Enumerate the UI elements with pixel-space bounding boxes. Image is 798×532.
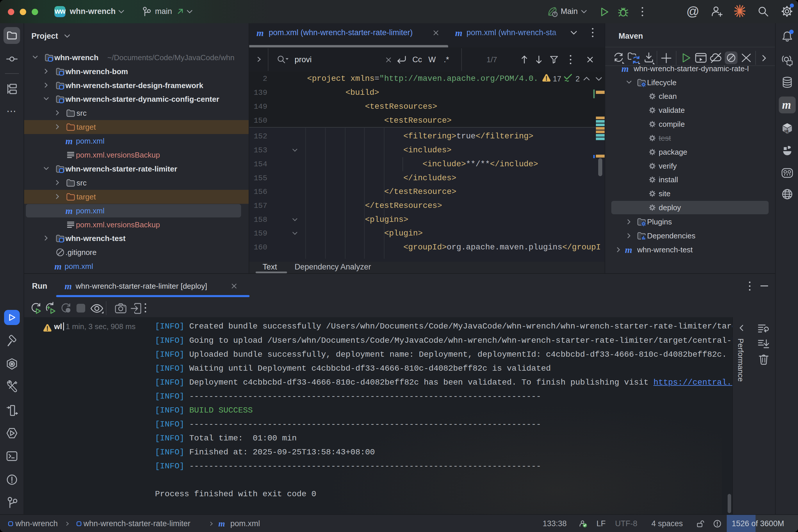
svg-text:ML: ML xyxy=(784,129,790,133)
